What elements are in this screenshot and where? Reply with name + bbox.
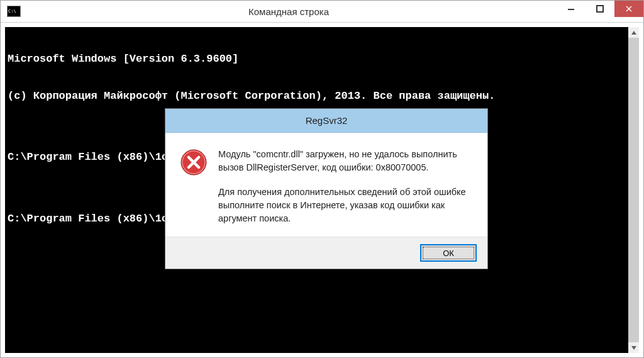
svg-marker-5 bbox=[631, 346, 636, 350]
dialog-message-1: Модуль "comcntr.dll" загружен, но не уда… bbox=[218, 148, 475, 174]
console-line: (c) Корпорация Майкрософт (Microsoft Cor… bbox=[8, 90, 636, 103]
svg-marker-4 bbox=[631, 31, 636, 35]
window-controls bbox=[557, 1, 643, 22]
dialog-footer: ОК bbox=[165, 237, 487, 269]
cmd-icon bbox=[7, 6, 21, 17]
dialog-message: Модуль "comcntr.dll" загружен, но не уда… bbox=[218, 148, 475, 225]
scroll-down-arrow-icon[interactable] bbox=[628, 342, 639, 353]
svg-rect-1 bbox=[597, 6, 603, 12]
scroll-thumb[interactable] bbox=[628, 38, 639, 342]
console-line: Microsoft Windows [Version 6.3.9600] bbox=[8, 53, 636, 65]
close-button[interactable] bbox=[614, 1, 643, 17]
minimize-button[interactable] bbox=[557, 1, 586, 17]
error-icon bbox=[180, 149, 207, 176]
maximize-icon bbox=[596, 5, 604, 13]
regsvr32-dialog: RegSvr32 Модуль "comcntr.dll" загружен, … bbox=[165, 108, 488, 269]
svg-rect-0 bbox=[568, 9, 574, 10]
window-title: Командная строка bbox=[21, 6, 557, 17]
close-icon bbox=[625, 5, 633, 13]
dialog-message-2: Для получения дополнительных сведений об… bbox=[218, 186, 475, 225]
scroll-track[interactable] bbox=[628, 38, 639, 342]
dialog-titlebar[interactable]: RegSvr32 bbox=[165, 109, 487, 133]
titlebar[interactable]: Командная строка bbox=[1, 1, 643, 23]
scroll-up-arrow-icon[interactable] bbox=[628, 27, 639, 38]
dialog-body: Модуль "comcntr.dll" загружен, но не уда… bbox=[165, 133, 487, 237]
dialog-title: RegSvr32 bbox=[306, 115, 348, 126]
minimize-icon bbox=[567, 5, 575, 13]
maximize-button[interactable] bbox=[586, 1, 614, 17]
ok-button[interactable]: ОК bbox=[421, 245, 476, 261]
vertical-scrollbar[interactable] bbox=[628, 27, 639, 353]
